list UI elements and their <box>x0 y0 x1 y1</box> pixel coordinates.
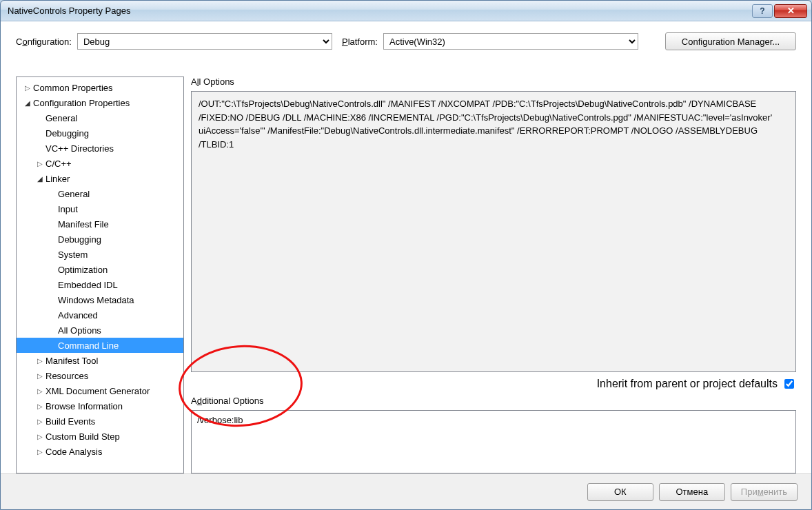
expand-icon[interactable]: ▷ <box>36 160 44 167</box>
tree-linker-advanced[interactable]: Advanced <box>17 307 183 323</box>
tree-debugging[interactable]: Debugging <box>17 125 183 141</box>
expand-icon[interactable]: ▷ <box>36 418 44 425</box>
tree-linker-general[interactable]: General <box>17 186 183 201</box>
window-title: NativeControls Property Pages <box>5 6 130 16</box>
additional-options-text[interactable]: /verbose:lib <box>191 410 796 473</box>
nav-tree[interactable]: ▷Common Properties ◢Configuration Proper… <box>16 76 184 473</box>
right-panel: All Options /OUT:"C:\TfsProjects\Debug\N… <box>191 76 796 473</box>
inherit-row: Inherit from parent or project defaults <box>191 376 796 391</box>
tree-code-analysis[interactable]: ▷Code Analysis <box>17 444 183 459</box>
tree-linker[interactable]: ◢Linker <box>17 171 183 186</box>
expand-icon[interactable]: ▷ <box>36 357 44 365</box>
tree-linker-command-line[interactable]: Command Line <box>17 338 183 353</box>
tree-general[interactable]: General <box>17 110 183 125</box>
tree-custom-build-step[interactable]: ▷Custom Build Step <box>17 429 183 444</box>
expand-icon[interactable]: ▷ <box>36 387 44 395</box>
apply-button[interactable]: Применить <box>731 483 798 501</box>
tree-linker-system[interactable]: System <box>17 247 183 262</box>
property-pages-window: NativeControls Property Pages ? ✕ Config… <box>0 0 812 510</box>
collapse-icon[interactable]: ◢ <box>36 175 44 183</box>
cancel-button[interactable]: Отмена <box>659 483 725 501</box>
all-options-text[interactable]: /OUT:"C:\TfsProjects\Debug\NativeControl… <box>191 91 796 372</box>
all-options-label: All Options <box>191 76 796 87</box>
expand-icon[interactable]: ▷ <box>36 448 44 456</box>
tree-linker-optimization[interactable]: Optimization <box>17 262 183 277</box>
collapse-icon[interactable]: ◢ <box>23 99 32 107</box>
tree-linker-winmd[interactable]: Windows Metadata <box>17 292 183 307</box>
expand-icon[interactable]: ▷ <box>36 433 44 440</box>
tree-linker-manifest-file[interactable]: Manifest File <box>17 216 183 232</box>
expand-icon[interactable]: ▷ <box>36 372 44 380</box>
tree-configuration-properties[interactable]: ◢Configuration Properties <box>17 95 183 110</box>
tree-linker-embedded-idl[interactable]: Embedded IDL <box>17 277 183 292</box>
configuration-manager-button[interactable]: Configuration Manager... <box>665 32 796 50</box>
tree-linker-input[interactable]: Input <box>17 201 183 216</box>
inherit-label: Inherit from parent or project defaults <box>597 378 778 390</box>
additional-options-label: Additional Options <box>191 396 796 406</box>
top-row: Configuration: Debug Platform: Active(Wi… <box>10 28 802 54</box>
help-button[interactable]: ? <box>752 4 773 18</box>
tree-ccpp[interactable]: ▷C/C++ <box>17 156 183 171</box>
tree-linker-all-options[interactable]: All Options <box>17 323 183 338</box>
tree-resources[interactable]: ▷Resources <box>17 368 183 383</box>
titlebar[interactable]: NativeControls Property Pages ? ✕ <box>1 1 811 21</box>
platform-label: Platform: <box>342 37 378 47</box>
inherit-checkbox[interactable] <box>784 379 794 389</box>
dialog-buttons: ОК Отмена Применить <box>1 473 811 509</box>
platform-combo[interactable]: Active(Win32) <box>383 33 638 50</box>
tree-common-properties[interactable]: ▷Common Properties <box>17 80 183 95</box>
tree-xml-doc-gen[interactable]: ▷XML Document Generator <box>17 383 183 398</box>
tree-manifest-tool[interactable]: ▷Manifest Tool <box>17 353 183 368</box>
tree-linker-debugging[interactable]: Debugging <box>17 232 183 247</box>
tree-browse-info[interactable]: ▷Browse Information <box>17 398 183 414</box>
close-button[interactable]: ✕ <box>774 4 807 18</box>
configuration-combo[interactable]: Debug <box>77 33 332 50</box>
client-area: Configuration: Debug Platform: Active(Wi… <box>1 21 811 509</box>
body: ▷Common Properties ◢Configuration Proper… <box>16 76 796 473</box>
expand-icon[interactable]: ▷ <box>36 402 44 410</box>
ok-button[interactable]: ОК <box>587 483 653 501</box>
configuration-label: Configuration: <box>16 37 72 47</box>
tree-build-events[interactable]: ▷Build Events <box>17 414 183 429</box>
expand-icon[interactable]: ▷ <box>23 84 32 92</box>
tree-vc-dirs[interactable]: VC++ Directories <box>17 141 183 156</box>
